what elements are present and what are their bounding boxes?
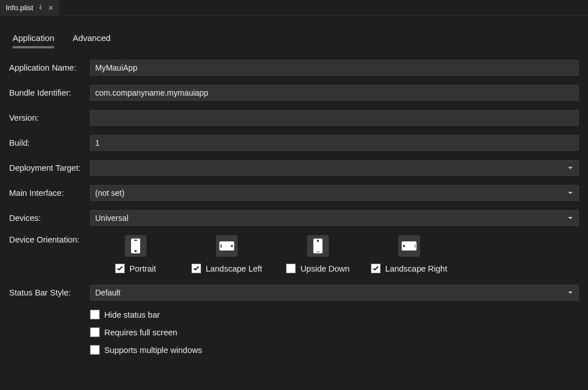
landscape-right-icon[interactable] [398,235,420,257]
checkbox-upside-down[interactable] [286,264,296,273]
select-status-bar-style[interactable]: Default [90,285,579,301]
row-build: Build: [9,135,579,151]
chevron-down-icon [568,292,573,294]
form: Application Name: Bundle Identifier: Ver… [0,48,588,355]
input-application-name[interactable] [90,60,579,76]
label-status-bar-style: Status Bar Style: [9,288,90,297]
select-deployment-target[interactable] [90,160,579,176]
row-deployment-target: Deployment Target: [9,160,579,176]
select-status-bar-style-value: Default [95,288,120,297]
orientation-landscape-left: Landscape Left [181,235,272,273]
tab-application[interactable]: Application [13,33,54,48]
select-main-interface-value: (not set) [95,188,124,198]
checkbox-supports-multiple-windows[interactable] [90,345,100,355]
checkbox-requires-full-screen[interactable] [90,327,100,337]
status-bar-options: Hide status bar Requires full screen Sup… [90,310,579,355]
label-upside-down: Upside Down [300,264,349,273]
label-requires-full-screen: Requires full screen [104,328,177,337]
input-build[interactable] [90,135,579,151]
select-devices[interactable]: Universal [90,210,579,226]
label-devices: Devices: [9,214,90,223]
section-tabs: Application Advanced [0,16,588,48]
orientation-portrait: Portrait [90,235,181,273]
checkbox-landscape-left[interactable] [191,264,201,273]
close-icon[interactable]: ✕ [48,4,54,12]
checkbox-landscape-right[interactable] [371,264,381,273]
label-main-interface: Main Interface: [9,188,90,198]
label-version: Version: [9,113,90,122]
orientation-landscape-right: Landscape Right [364,235,455,273]
orientation-options: Portrait Landscape Left Upside Down [90,235,579,273]
row-status-bar-style: Status Bar Style: Default [9,285,579,301]
label-build: Build: [9,138,90,147]
checkbox-hide-status-bar[interactable] [90,310,100,319]
chevron-down-icon [568,192,573,194]
row-version: Version: [9,110,579,126]
chevron-down-icon [568,217,573,219]
orientation-upside-down: Upside Down [272,235,364,273]
label-hide-status-bar: Hide status bar [104,310,160,319]
label-landscape-left: Landscape Left [206,264,262,273]
row-bundle-identifier: Bundle Identifier: [9,85,579,101]
row-application-name: Application Name: [9,60,579,76]
label-landscape-right: Landscape Right [385,264,447,273]
select-devices-value: Universal [95,214,128,223]
chevron-down-icon [568,167,573,169]
upside-down-icon[interactable] [307,235,329,257]
label-supports-multiple-windows: Supports multiple windows [104,346,202,355]
landscape-left-icon[interactable] [216,235,238,257]
row-device-orientation: Device Orientation: Portrait Landscape L… [9,235,579,273]
portrait-icon[interactable] [125,235,146,257]
row-devices: Devices: Universal [9,210,579,226]
document-tab-title: Info.plist [6,3,33,12]
checkbox-portrait[interactable] [115,264,125,273]
document-tabstrip: Info.plist ✕ [0,0,588,16]
label-portrait: Portrait [129,264,156,273]
select-main-interface[interactable]: (not set) [90,185,579,201]
label-deployment-target: Deployment Target: [9,163,90,173]
pin-icon[interactable] [38,5,43,11]
label-device-orientation: Device Orientation: [9,235,90,244]
input-bundle-identifier[interactable] [90,85,579,101]
label-bundle-identifier: Bundle Identifier: [9,88,90,97]
tab-advanced[interactable]: Advanced [72,33,111,48]
document-tab-infoplist[interactable]: Info.plist ✕ [0,0,60,15]
row-main-interface: Main Interface: (not set) [9,185,579,201]
input-version[interactable] [90,110,579,126]
label-application-name: Application Name: [9,63,90,72]
